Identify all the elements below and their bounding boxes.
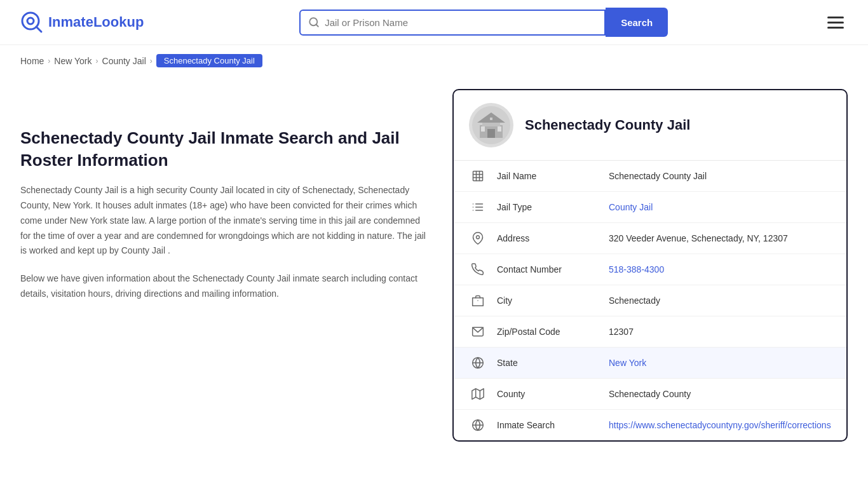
breadcrumb-home[interactable]: Home [20,56,44,66]
row-label: Jail Name [497,171,599,181]
row-value: 320 Veeder Avenue, Schenectady, NY, 1230… [609,233,831,243]
search-button[interactable]: Search [606,8,668,37]
breadcrumb-sep-2: › [96,57,98,65]
breadcrumb-active: Schenectady County Jail [156,54,262,67]
row-value: Schenectady [609,295,831,306]
card-header: Schenectady County Jail [454,90,846,161]
info-row: Address320 Veeder Avenue, Schenectady, N… [454,223,846,254]
breadcrumb-county[interactable]: County Jail [102,56,146,66]
mail-icon [469,325,487,338]
info-row: Inmate Searchhttps://www.schenectadycoun… [454,410,846,440]
row-link[interactable]: County Jail [609,202,653,212]
hamburger-line-3 [827,27,844,29]
info-row: CountySchenectady County [454,379,846,410]
city-icon [469,294,487,307]
card-title: Schenectady County Jail [525,117,690,133]
row-value[interactable]: 518-388-4300 [609,264,831,274]
phone-icon [469,263,487,276]
left-panel: Schenectady County Jail Inmate Search an… [20,89,427,442]
row-label: County [497,389,599,399]
search-input[interactable] [325,11,597,34]
list-icon [469,201,487,214]
row-label: State [497,358,599,368]
row-link[interactable]: 518-388-4300 [609,264,664,274]
main-content: Schenectady County Jail Inmate Search an… [0,76,868,467]
info-card: Schenectady County Jail Jail NameSchenec… [452,89,848,442]
info-row: Zip/Postal Code12307 [454,316,846,348]
globe-icon [469,356,487,369]
breadcrumb-sep-3: › [150,57,153,65]
row-label: Inmate Search [497,420,599,430]
row-value: 12307 [609,327,831,337]
svg-rect-11 [498,126,501,132]
row-label: Jail Type [497,202,599,212]
page-title: Schenectady County Jail Inmate Search an… [20,127,427,172]
search-icon [308,17,320,28]
location-icon [469,232,487,245]
info-rows-container: Jail NameSchenectady County JailJail Typ… [454,161,846,440]
page-description-2: Below we have given information about th… [20,271,427,302]
breadcrumb-state[interactable]: New York [54,56,92,66]
row-value[interactable]: https://www.schenectadycountyny.gov/sher… [609,420,831,430]
search-bar: Search [299,8,668,37]
map-icon [469,388,487,400]
row-label: Contact Number [497,264,599,274]
logo-link[interactable]: InmateLookup [20,11,144,34]
svg-line-4 [316,24,318,26]
search-input-wrapper [299,10,606,36]
hamburger-menu[interactable] [824,13,848,32]
info-row: Jail NameSchenectady County Jail [454,161,846,192]
row-label: City [497,295,599,306]
svg-rect-12 [490,118,492,120]
building-icon [469,170,487,182]
svg-rect-13 [473,172,483,181]
info-row: Jail TypeCounty Jail [454,192,846,223]
svg-point-1 [27,18,34,24]
svg-line-2 [36,27,41,32]
hamburger-line-1 [827,17,844,18]
svg-rect-9 [487,129,495,138]
breadcrumb: Home › New York › County Jail › Schenect… [0,45,868,76]
svg-rect-10 [481,126,485,132]
row-value[interactable]: County Jail [609,202,831,212]
row-value: Schenectady County [609,389,831,399]
logo-text: InmateLookup [48,14,144,30]
svg-point-24 [477,236,480,239]
info-row: CitySchenectady [454,285,846,316]
right-panel: Schenectady County Jail Jail NameSchenec… [452,89,848,442]
hamburger-line-2 [827,22,844,24]
info-row: StateNew York [454,348,846,379]
site-header: InmateLookup Search [0,0,868,45]
svg-rect-25 [473,298,484,306]
svg-marker-30 [472,389,484,400]
globe2-icon [469,419,487,431]
row-value: Schenectady County Jail [609,171,831,181]
jail-avatar-image [472,106,510,144]
row-value[interactable]: New York [609,358,831,368]
row-label: Zip/Postal Code [497,327,599,337]
info-row: Contact Number518-388-4300 [454,254,846,285]
row-link[interactable]: https://www.schenectadycountyny.gov/sher… [609,420,831,430]
jail-avatar [469,103,513,147]
row-link[interactable]: New York [609,358,646,368]
logo-icon [20,11,43,34]
row-label: Address [497,233,599,243]
breadcrumb-sep-1: › [48,57,50,65]
page-description-1: Schenectady County Jail is a high securi… [20,183,427,259]
